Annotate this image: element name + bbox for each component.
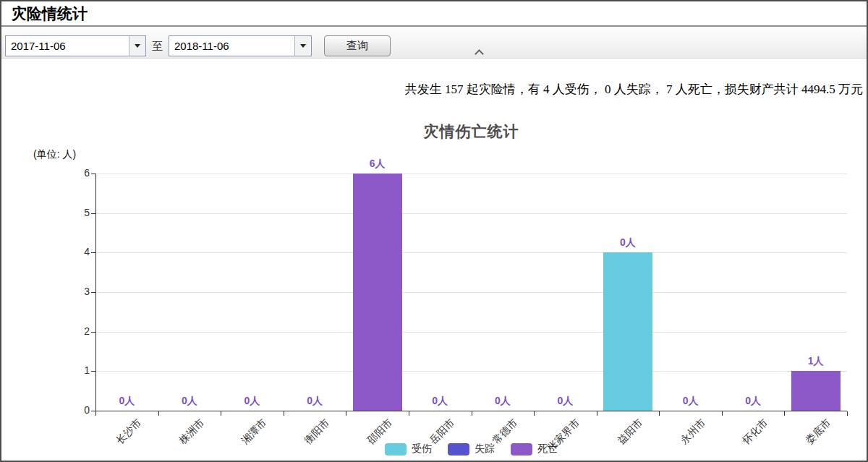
bar-segment-死亡[interactable]: [353, 174, 402, 411]
date-to-input[interactable]: [169, 36, 294, 56]
x-axis-tick: [158, 411, 159, 416]
x-axis-tick: [409, 411, 409, 416]
x-axis-tick: [534, 411, 535, 416]
bar-data-label: 0人: [409, 395, 472, 408]
query-button[interactable]: 查询: [324, 35, 391, 56]
chevron-up-icon: [475, 49, 484, 59]
x-axis-tick: [847, 411, 848, 416]
x-axis-tick: [284, 411, 284, 416]
x-axis-tick: [722, 411, 723, 416]
gridline: [95, 174, 847, 174]
caret-down-icon: [135, 44, 140, 48]
gridline: [95, 252, 847, 253]
date-to-dropdown-button[interactable]: [294, 36, 311, 56]
date-to-picker[interactable]: [169, 35, 312, 56]
bar-segment-受伤[interactable]: [603, 252, 652, 411]
legend-label: 失踪: [475, 442, 495, 455]
chart-unit-label: (单位: 人): [33, 148, 76, 161]
y-axis-tick: [91, 174, 95, 174]
gridline: [95, 371, 847, 372]
y-axis-tick: [91, 252, 95, 253]
bar-segment-死亡[interactable]: [791, 371, 841, 411]
chart-title: 灾情伤亡统计: [95, 121, 847, 142]
x-axis-tick: [597, 411, 597, 416]
date-from-dropdown-button[interactable]: [129, 36, 145, 56]
gridline: [95, 213, 847, 214]
legend-item-失踪[interactable]: 失踪: [448, 442, 495, 455]
y-axis-label: 6: [59, 167, 90, 179]
date-from-picker[interactable]: [5, 35, 146, 56]
y-axis-tick: [91, 371, 95, 372]
disaster-statistics-window: 灾险情统计 至 查询 共发生 157 起灾险情，有 4 人受伤， 0 人失踪， …: [0, 0, 868, 462]
page-title: 灾险情统计: [12, 4, 88, 24]
chart-plot-area: 01234560人长沙市0人株洲市0人湘潭市0人衡阳市6人邵阳市0人岳阳市0人常…: [95, 174, 847, 411]
titlebar: 灾险情统计: [1, 1, 867, 27]
x-axis-tick: [659, 411, 660, 416]
x-axis-tick: [346, 411, 346, 416]
x-axis-tick: [784, 411, 785, 416]
bar-data-label: 0人: [534, 395, 597, 408]
x-axis-tick: [221, 411, 221, 416]
bar-data-label: 0人: [221, 395, 284, 408]
y-axis-tick: [91, 332, 95, 333]
y-axis-label: 3: [59, 286, 90, 297]
bar-data-label: 0人: [659, 395, 722, 408]
collapse-panel-handle[interactable]: [470, 48, 488, 57]
bar-data-label: 0人: [158, 395, 221, 408]
bar-data-label: 6人: [346, 158, 409, 171]
caret-down-icon: [300, 44, 306, 48]
gridline: [95, 332, 847, 333]
y-axis-tick: [91, 292, 95, 293]
y-axis-label: 2: [59, 325, 90, 337]
legend-item-死亡[interactable]: 死亡: [511, 442, 558, 455]
toolbar: 至 查询: [1, 27, 867, 59]
bar-data-label: 0人: [722, 395, 785, 408]
y-axis-label: 0: [59, 404, 90, 416]
bar-data-label: 0人: [284, 395, 346, 408]
gridline: [95, 292, 847, 293]
y-axis-tick: [91, 213, 95, 214]
bar-data-label: 0人: [597, 236, 660, 249]
y-axis-line: [95, 174, 96, 411]
legend-swatch-icon: [448, 443, 469, 455]
y-axis-label: 4: [59, 246, 90, 257]
legend-swatch-icon: [511, 443, 532, 455]
x-axis-tick: [472, 411, 472, 416]
x-axis-line: [91, 411, 847, 411]
date-from-input[interactable]: [6, 36, 129, 56]
bar-data-label: 0人: [95, 395, 158, 408]
legend-label: 受伤: [412, 442, 432, 455]
legend-item-受伤[interactable]: 受伤: [385, 442, 432, 455]
bar-data-label: 0人: [472, 395, 535, 408]
bar-data-label: 1人: [784, 355, 847, 368]
summary-text: 共发生 157 起灾险情，有 4 人受伤， 0 人失踪， 7 人死亡，损失财产共…: [405, 81, 863, 98]
x-axis-tick: [95, 411, 96, 416]
to-label: 至: [152, 40, 163, 54]
y-axis-label: 5: [59, 207, 90, 218]
chart-legend: 受伤失踪死亡: [95, 442, 847, 455]
y-axis-label: 1: [59, 364, 90, 376]
legend-label: 死亡: [537, 442, 558, 455]
legend-swatch-icon: [385, 443, 407, 455]
